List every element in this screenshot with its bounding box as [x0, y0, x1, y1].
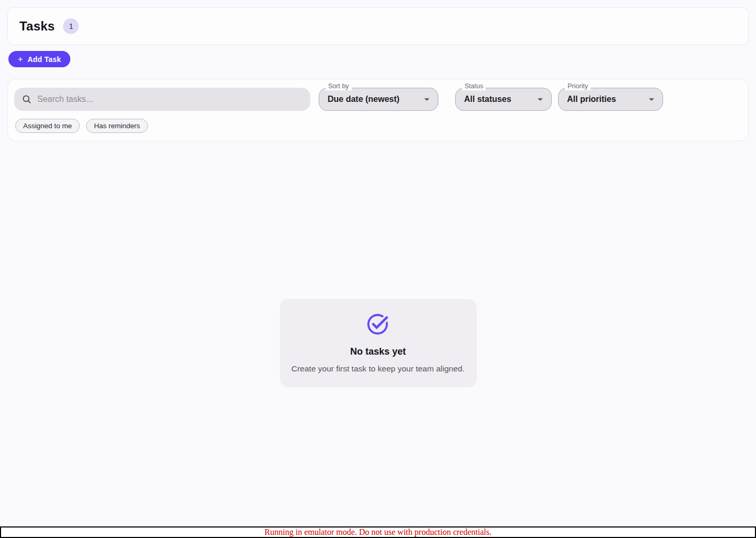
- priority-value: All priorities: [567, 95, 616, 104]
- search-box[interactable]: [14, 88, 310, 111]
- chevron-down-icon: [424, 98, 429, 101]
- main-area: No tasks yet Create your first task to k…: [7, 141, 749, 387]
- filter-row: Sort by Due date (newest) Status All sta…: [14, 88, 742, 111]
- sort-by-value: Due date (newest): [328, 95, 400, 104]
- emulator-mode-banner: Running in emulator mode. Do not use wit…: [0, 526, 756, 538]
- filter-chip-row: Assigned to me Has reminders: [14, 119, 742, 133]
- empty-state-subtitle: Create your first task to keep your team…: [291, 364, 465, 374]
- status-select[interactable]: Status All statuses: [455, 88, 552, 111]
- task-check-icon: [366, 312, 390, 338]
- page-title: Tasks: [19, 19, 55, 34]
- chip-assigned-to-me[interactable]: Assigned to me: [15, 119, 80, 133]
- chevron-down-icon: [538, 98, 543, 101]
- empty-state-card: No tasks yet Create your first task to k…: [280, 299, 477, 387]
- chevron-down-icon: [649, 98, 654, 101]
- filter-card: Sort by Due date (newest) Status All sta…: [7, 79, 749, 141]
- status-value: All statuses: [464, 95, 511, 104]
- sort-by-select[interactable]: Sort by Due date (newest): [319, 88, 438, 111]
- add-task-label: Add Task: [28, 55, 61, 64]
- priority-label: Priority: [565, 82, 591, 90]
- empty-state-title: No tasks yet: [350, 346, 406, 357]
- page: Tasks 1 + Add Task Sort by Due date (new…: [0, 0, 756, 395]
- task-count-badge: 1: [63, 18, 79, 34]
- status-label: Status: [462, 82, 486, 90]
- emulator-mode-message: Running in emulator mode. Do not use wit…: [265, 527, 491, 537]
- search-input[interactable]: [37, 95, 303, 104]
- chip-has-reminders[interactable]: Has reminders: [86, 119, 148, 133]
- header-card: Tasks 1: [7, 7, 749, 45]
- priority-select[interactable]: Priority All priorities: [558, 88, 663, 111]
- search-icon: [22, 94, 32, 105]
- add-task-button[interactable]: + Add Task: [8, 51, 70, 67]
- sort-by-label: Sort by: [326, 82, 352, 90]
- plus-icon: +: [18, 55, 23, 64]
